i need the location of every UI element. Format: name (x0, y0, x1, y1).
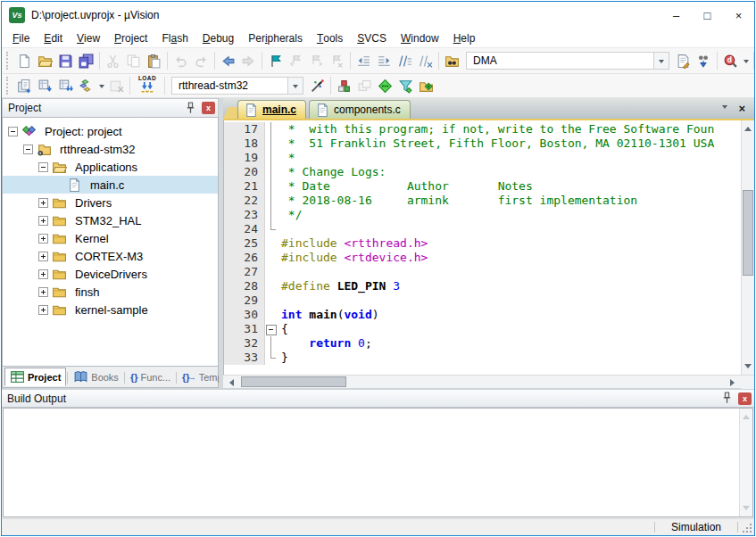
target-select-combo-dropdown-button[interactable] (287, 78, 303, 94)
editor-horizontal-scrollbar[interactable] (223, 375, 754, 388)
menu-project[interactable]: Project (107, 29, 154, 47)
code-line-22[interactable]: 22 * 2018-08-16 armink first implementat… (224, 194, 741, 208)
batch-build-button[interactable] (76, 75, 96, 96)
incremental-find-button[interactable] (694, 50, 714, 71)
code-line-31[interactable]: 31{ (224, 322, 741, 336)
tree-expander-minus[interactable] (8, 127, 18, 136)
rebuild-button[interactable] (55, 75, 76, 96)
horizontal-scroll-thumb[interactable] (241, 376, 346, 387)
code-editor[interactable]: 17 * with this program; if not, write to… (224, 120, 741, 375)
menu-file[interactable]: File (5, 29, 37, 47)
menu-svcs[interactable]: SVCS (350, 29, 394, 47)
menu-view[interactable]: View (70, 29, 107, 47)
tree-expander-plus[interactable] (38, 287, 48, 297)
menu-peripherals[interactable]: Peripherals (241, 29, 310, 47)
find-button[interactable] (673, 50, 694, 71)
comment-button[interactable] (395, 50, 415, 71)
scroll-down-icon[interactable] (742, 361, 754, 375)
code-line-19[interactable]: 19 * (224, 151, 741, 165)
editor-tab-components-c[interactable]: components.c (309, 100, 411, 119)
panel-tab-books[interactable]: Books (69, 368, 123, 386)
editor-vertical-scrollbar[interactable] (741, 120, 754, 375)
menu-tools[interactable]: Tools (310, 29, 350, 47)
unindent-button[interactable] (353, 50, 374, 71)
code-line-27[interactable]: 27 (224, 265, 741, 279)
fold-collapse-icon[interactable] (265, 322, 277, 336)
code-line-20[interactable]: 20 * Change Logs: (224, 165, 741, 179)
save-button[interactable] (55, 50, 76, 71)
uncomment-button[interactable] (415, 50, 436, 71)
panel-tab-func[interactable]: {}Func... (126, 368, 175, 386)
navigate-back-button[interactable] (218, 50, 238, 71)
toolbar-grip[interactable] (6, 52, 10, 70)
code-line-29[interactable]: 29 (224, 293, 741, 308)
code-line-17[interactable]: 17 * with this program; if not, write to… (224, 122, 741, 136)
tree-expander-plus[interactable] (38, 234, 48, 244)
file-extensions-button[interactable] (334, 75, 354, 96)
close-document-icon[interactable]: × (738, 103, 745, 114)
tree-item-kernel[interactable]: Kernel (3, 229, 218, 247)
scroll-left-icon[interactable] (223, 376, 237, 389)
output-scroll-up-icon[interactable] (740, 409, 752, 422)
code-line-25[interactable]: 25#include <rtthread.h> (224, 236, 741, 251)
resize-grip[interactable] (738, 519, 754, 535)
start-debug-session-button-dropdown[interactable] (741, 50, 751, 71)
tree-expander-plus[interactable] (38, 198, 48, 208)
pin-output-button[interactable] (719, 392, 735, 405)
find-in-files-button[interactable] (442, 50, 462, 71)
paste-button[interactable] (144, 50, 164, 71)
code-line-18[interactable]: 18 * 51 Franklin Street, Fifth Floor, Bo… (224, 136, 741, 151)
menu-debug[interactable]: Debug (195, 29, 241, 47)
code-line-23[interactable]: 23 */ (224, 208, 741, 222)
toggle-bookmark-button[interactable] (265, 50, 286, 71)
tree-item-stm32-hal[interactable]: STM32_HAL (3, 211, 218, 229)
search-text-combo[interactable]: DMA (466, 52, 669, 70)
tree-expander-minus[interactable] (23, 145, 33, 154)
indent-button[interactable] (374, 50, 395, 71)
output-scroll-down-icon[interactable] (740, 503, 752, 516)
menu-edit[interactable]: Edit (37, 29, 70, 47)
build-button[interactable] (35, 75, 55, 96)
manage-rte-button[interactable] (416, 75, 436, 96)
tree-item-main-c[interactable]: main.c (3, 176, 218, 194)
tab-list-dropdown-icon[interactable] (722, 105, 727, 112)
code-line-26[interactable]: 26#include <rtdevice.h> (224, 251, 741, 265)
horizontal-scroll-track[interactable] (237, 376, 727, 388)
close-button[interactable]: × (723, 2, 754, 29)
batch-build-button-dropdown[interactable] (96, 75, 106, 96)
code-line-21[interactable]: 21 * Date Author Notes (224, 179, 741, 194)
tree-item-finsh[interactable]: finsh (3, 283, 218, 301)
maximize-button[interactable]: □ (692, 2, 723, 29)
scroll-right-icon[interactable] (727, 376, 741, 389)
menu-help[interactable]: Help (446, 29, 483, 47)
save-all-button[interactable] (76, 50, 96, 71)
configure-target-button[interactable] (395, 75, 416, 96)
tree-expander-plus[interactable] (38, 252, 48, 261)
tree-expander-plus[interactable] (38, 305, 48, 315)
toolbar-grip[interactable] (6, 77, 10, 95)
target-options-button[interactable] (307, 75, 328, 96)
new-file-button[interactable] (14, 50, 35, 71)
editor-tab-main-c[interactable]: main.c (237, 100, 306, 119)
start-debug-session-button[interactable]: d (720, 50, 741, 71)
panel-tab-project[interactable]: Project (4, 368, 66, 386)
tree-item-devicedrivers[interactable]: DeviceDrivers (3, 265, 218, 283)
code-line-30[interactable]: 30int main(void) (224, 308, 741, 322)
code-line-32[interactable]: 32 return 0; (224, 336, 741, 351)
search-text-combo-dropdown-button[interactable] (653, 53, 669, 69)
code-line-28[interactable]: 28#define LED_PIN 3 (224, 279, 741, 293)
close-panel-button[interactable]: x (202, 102, 215, 114)
download-button[interactable]: LOAD (133, 75, 162, 96)
menu-flash[interactable]: Flash (154, 29, 195, 47)
open-file-button[interactable] (35, 50, 55, 71)
tree-item-applications[interactable]: Applications (3, 158, 218, 176)
pin-panel-button[interactable] (183, 102, 198, 115)
scroll-up-icon[interactable] (742, 120, 754, 134)
code-line-33[interactable]: 33} (224, 351, 741, 365)
build-output-content[interactable] (3, 408, 753, 517)
output-vertical-scrollbar[interactable] (739, 409, 752, 516)
target-select-combo[interactable]: rtthread-stm32 (171, 77, 303, 95)
tree-expander-minus[interactable] (38, 162, 48, 172)
close-output-button[interactable]: x (738, 392, 752, 405)
tree-expander-plus[interactable] (38, 216, 48, 226)
